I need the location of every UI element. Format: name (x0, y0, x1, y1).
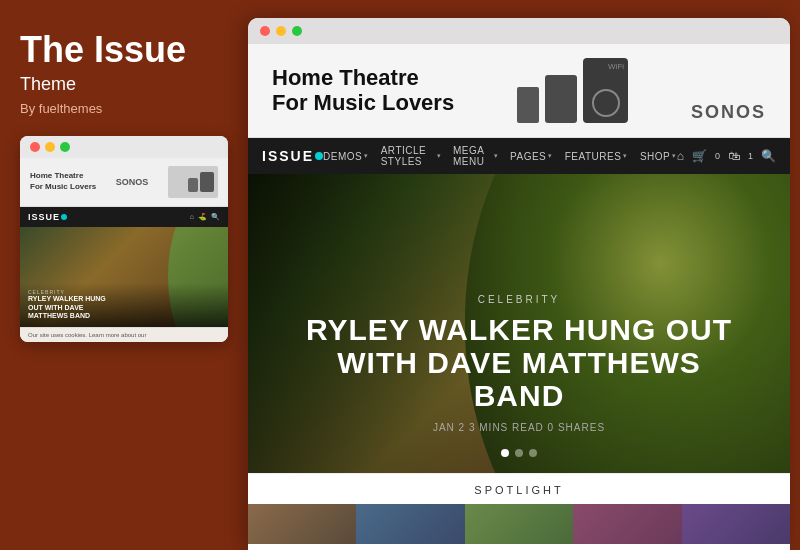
theme-title: The Issue (20, 30, 228, 70)
mini-nav: ISSUE ⌂ ⛳ 🔍 (20, 207, 228, 227)
ad-speaker-image: WiFi (517, 58, 628, 123)
mini-ad-image (168, 166, 218, 198)
spotlight-thumb-4[interactable] (573, 504, 681, 544)
mini-search-icon: 🔍 (211, 213, 220, 221)
mini-home-icon: ⌂ (190, 213, 194, 221)
site-logo-text: ISSUE (262, 148, 314, 164)
hero-dot-1[interactable] (501, 449, 509, 457)
wifi-icon: WiFi (608, 62, 624, 71)
mini-ad-brand: SONOS (116, 177, 149, 187)
spotlight-thumb-5[interactable] (682, 504, 790, 544)
nav-pages[interactable]: PAGES ▾ (510, 151, 553, 162)
browser-dot-red (260, 26, 270, 36)
ad-brand: SONOS (691, 102, 766, 123)
nav-article-styles[interactable]: ARTICLE STYLES ▾ (381, 145, 441, 167)
nav-features[interactable]: FEATURES ▾ (565, 151, 628, 162)
theme-author: By fuelthemes (20, 101, 228, 116)
spotlight-section: SPOTLIGHT (248, 473, 790, 550)
nav-mega-menu[interactable]: MEGA MENU ▾ (453, 145, 498, 167)
bag-badge: 1 (748, 151, 753, 161)
speaker-main-icon: WiFi (583, 58, 628, 123)
pages-chevron-icon: ▾ (548, 152, 553, 160)
nav-demos[interactable]: DEMOS ▾ (323, 151, 369, 162)
hero-title: RYLEY WALKER HUNG OUT WITH DAVE MATTHEWS… (288, 313, 750, 412)
mini-titlebar (20, 136, 228, 158)
mini-preview-card: Home TheatreFor Music Lovers SONOS ISSUE… (20, 136, 228, 342)
mini-dot-red (30, 142, 40, 152)
mini-cart-icon: ⛳ (198, 213, 207, 221)
browser-dot-yellow (276, 26, 286, 36)
ad-banner: Home Theatre For Music Lovers WiFi SONOS (248, 44, 790, 138)
ad-headline: Home Theatre For Music Lovers (272, 66, 454, 114)
mega-menu-chevron-icon: ▾ (494, 152, 499, 160)
mini-cookie-notice: Our site uses cookies. Learn more about … (20, 327, 228, 342)
mini-logo-text: ISSUE (28, 212, 60, 222)
mini-ad-headline: Home TheatreFor Music Lovers (30, 171, 96, 192)
hero-dot-2[interactable] (515, 449, 523, 457)
search-icon[interactable]: 🔍 (761, 149, 776, 163)
ad-banner-text: Home Theatre For Music Lovers (272, 66, 454, 114)
spotlight-thumbnails (248, 504, 790, 544)
demos-chevron-icon: ▾ (364, 152, 369, 160)
speaker-xs-icon (517, 87, 539, 123)
site-logo-dot (315, 152, 323, 160)
browser-dot-green (292, 26, 302, 36)
mini-hero: CELEBRITY RYLEY WALKER HUNGOUT WITH DAVE… (20, 227, 228, 327)
browser-titlebar (248, 18, 790, 44)
spotlight-label: SPOTLIGHT (248, 484, 790, 496)
mini-ad-banner: Home TheatreFor Music Lovers SONOS (20, 158, 228, 207)
hero-carousel-dots (501, 449, 537, 457)
cart-icon[interactable]: 🛒 (692, 149, 707, 163)
site-logo[interactable]: ISSUE (262, 148, 323, 164)
hero-content: CELEBRITY RYLEY WALKER HUNG OUT WITH DAV… (248, 294, 790, 433)
hero-section: CELEBRITY RYLEY WALKER HUNG OUT WITH DAV… (248, 174, 790, 473)
mini-hero-overlay: CELEBRITY RYLEY WALKER HUNGOUT WITH DAVE… (20, 283, 228, 326)
hero-dot-3[interactable] (529, 449, 537, 457)
sidebar: The Issue Theme By fuelthemes Home Theat… (0, 0, 248, 550)
nav-links: DEMOS ▾ ARTICLE STYLES ▾ MEGA MENU ▾ PAG… (323, 145, 677, 167)
features-chevron-icon: ▾ (623, 152, 628, 160)
mini-logo: ISSUE (28, 212, 67, 222)
home-icon[interactable]: ⌂ (677, 149, 684, 163)
hero-meta: JAN 2 3 MINS READ 0 SHARES (288, 422, 750, 433)
nav-shop[interactable]: SHOP ▾ (640, 151, 677, 162)
bag-icon[interactable]: 🛍 (728, 149, 740, 163)
cart-badge: 0 (715, 151, 720, 161)
spotlight-thumb-2[interactable] (356, 504, 464, 544)
main-browser-window: Home Theatre For Music Lovers WiFi SONOS… (248, 18, 790, 550)
spotlight-thumb-1[interactable] (248, 504, 356, 544)
mini-dot-green (60, 142, 70, 152)
mini-logo-dot (61, 214, 67, 220)
mini-dot-yellow (45, 142, 55, 152)
nav-right-icons: ⌂ 🛒 0 🛍 1 🔍 (677, 149, 776, 163)
theme-subtitle: Theme (20, 74, 228, 95)
hero-category: CELEBRITY (288, 294, 750, 305)
spotlight-thumb-3[interactable] (465, 504, 573, 544)
mini-nav-icons: ⌂ ⛳ 🔍 (190, 213, 220, 221)
mini-hero-title: RYLEY WALKER HUNGOUT WITH DAVEMATTHEWS B… (28, 295, 220, 320)
speaker-sm-icon (545, 75, 577, 123)
article-styles-chevron-icon: ▾ (437, 152, 442, 160)
site-navigation: ISSUE DEMOS ▾ ARTICLE STYLES ▾ MEGA MENU… (248, 138, 790, 174)
